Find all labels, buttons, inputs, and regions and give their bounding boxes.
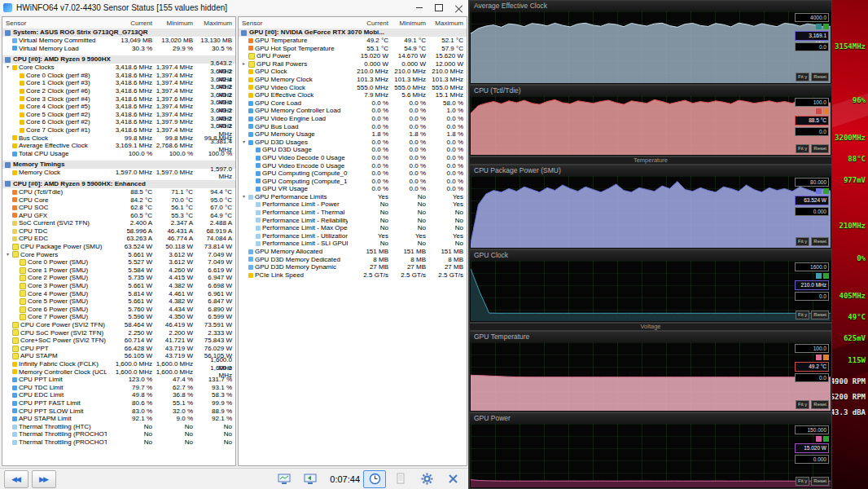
hidden-graph-voltage[interactable]: Voltage xyxy=(469,323,832,331)
reset-button[interactable]: Reset xyxy=(811,311,829,319)
sensor-row[interactable]: CPU EDC Limit49.8 %36.8 %58.3 % xyxy=(2,391,235,399)
fit-y-button[interactable]: Fit y xyxy=(796,73,809,82)
y-min-box[interactable]: 0.000 xyxy=(795,455,829,464)
sensor-row[interactable]: PCIe Link Speed2.5 GT/s2.5 GT/s2.5 GT/s xyxy=(239,271,467,280)
logging-button[interactable] xyxy=(273,470,296,488)
hidden-graph-temperature[interactable]: Temperature xyxy=(469,156,832,165)
fit-y-button[interactable]: Fit y xyxy=(796,144,809,153)
sensor-row[interactable]: GPU D3D Usage0.0 %0.0 %0.0 % xyxy=(239,146,467,154)
minimize-button[interactable] xyxy=(410,1,429,15)
graph-title[interactable]: CPU (Tctl/Tdie) xyxy=(470,86,831,97)
sensor-row[interactable]: GPU Video Encode 0 Usage0.0 %0.0 %0.0 % xyxy=(239,162,467,170)
sensor-row[interactable]: ▾GPU Performance LimitsYesNoYes xyxy=(239,193,467,201)
sensor-row[interactable]: GPU Computing (Compute_1) Usage0.0 %0.0 … xyxy=(239,178,467,186)
sensor-group-row[interactable]: GPU [#0]: NVIDIA GeForce RTX 3070 Mobi..… xyxy=(239,29,467,37)
sensor-row[interactable]: CPU PPT Limit123.0 %47.4 %131.7 % xyxy=(2,376,235,384)
sensor-row[interactable]: Core 4 Power (SMU)5.814 W4.461 W6.961 W xyxy=(2,290,235,298)
sensor-row[interactable]: APU STAPM Limit92.1 %9.0 %92.1 % xyxy=(2,415,235,423)
sensor-row[interactable]: ▾Core Powers5.661 W3.612 W7.049 W xyxy=(2,251,235,259)
graph-title[interactable]: GPU Temperature xyxy=(470,332,831,343)
fit-y-button[interactable]: Fit y xyxy=(796,311,809,319)
reset-button[interactable]: Reset xyxy=(811,237,829,246)
sensor-row[interactable]: Core 5 Power (SMU)5.661 W4.382 W6.847 W xyxy=(2,297,235,306)
sensor-row[interactable]: ▾GPU D3D Usages0.0 %0.0 %0.0 % xyxy=(239,139,467,147)
graph-title[interactable]: CPU Package Power (SMU) xyxy=(470,165,831,177)
report-button[interactable] xyxy=(389,470,412,488)
close-button[interactable] xyxy=(449,1,468,15)
title-bar[interactable]: HWiNFO64 v7.02-4430 Sensor Status [155 v… xyxy=(0,0,468,15)
graph-title[interactable]: Average Effective Clock xyxy=(470,1,831,12)
sensor-row[interactable]: Core 1 Power (SMU)5.584 W4.260 W6.619 W xyxy=(2,267,235,275)
sensor-row[interactable]: CPU EDC63.263 A46.774 A74.084 A xyxy=(2,235,235,243)
y-max-box[interactable]: 80.000 xyxy=(795,178,829,187)
sensor-row[interactable]: Virtual Memory Load30.3 %29.9 %30.5 % xyxy=(2,45,235,53)
maximize-button[interactable] xyxy=(429,1,449,15)
column-header-row[interactable]: Sensor Current Minimum Maximum xyxy=(239,17,467,29)
fit-y-button[interactable]: Fit y xyxy=(796,237,809,246)
sensor-row[interactable]: SoC Current (SVI2 TFN)2.400 A2.347 A2.48… xyxy=(2,219,235,227)
sensor-row[interactable]: GPU Memory Clock101.3 MHz101.3 MHz101.3 … xyxy=(239,76,467,84)
sensor-row[interactable]: CPU PPT SLOW Limit83.0 %32.0 %88.9 % xyxy=(2,408,235,416)
sensor-row[interactable]: Core 3 Power (SMU)5.661 W4.382 W6.698 W xyxy=(2,282,235,290)
sensor-row[interactable]: GPU Core Load0.0 %0.0 %58.0 % xyxy=(239,99,467,108)
reset-button[interactable]: Reset xyxy=(811,144,829,153)
fit-y-button[interactable]: Fit y xyxy=(796,477,809,486)
column-maximum[interactable]: Maximum xyxy=(429,20,467,27)
column-header-row[interactable]: Sensor Current Minimum Maximum xyxy=(2,17,235,29)
sensor-row[interactable]: Performance Limit - Reliability VoltageN… xyxy=(239,217,467,225)
tree-expander-icon[interactable]: ▾ xyxy=(241,193,247,201)
column-sensor[interactable]: Sensor xyxy=(2,20,107,27)
sensor-row[interactable]: Virtual Memory Committed13,049 MB13,020 … xyxy=(2,37,235,45)
column-current[interactable]: Current xyxy=(107,20,156,27)
y-min-box[interactable]: 0.0 xyxy=(795,127,829,136)
graph-title[interactable]: GPU Clock xyxy=(470,250,831,262)
sensor-row[interactable]: Memory Clock1,597.0 MHz1,597.0 MHz1,597.… xyxy=(2,169,235,177)
sensor-row[interactable]: GPU Effective Clock7.9 MHz5.6 MHz15.1 MH… xyxy=(239,91,467,99)
sensor-row[interactable]: GPU Power15.020 W14.670 W15.620 W xyxy=(239,52,467,60)
sensor-row[interactable]: CPU (Tctl/Tdie)88.5 °C71.1 °C94.4 °C xyxy=(2,188,235,196)
sensor-row[interactable]: ▸GPU Rail Powers0.000 W0.000 W12.000 W xyxy=(239,60,467,68)
sensor-row[interactable]: APU GFX60.5 °C55.3 °C64.9 °C xyxy=(2,212,235,220)
graph-gpu-power[interactable]: GPU Power 150.000 15.020 W 0.000 Fit yRe… xyxy=(469,412,832,489)
column-minimum[interactable]: Minimum xyxy=(156,20,196,27)
sensor-row[interactable]: CPU SOC62.8 °C56.1 °C67.0 °C xyxy=(2,204,235,212)
sensor-row[interactable]: Performance Limit - Max Operating Volt..… xyxy=(239,224,467,232)
sensor-group-row[interactable]: CPU [#0]: AMD Ryzen 9 5900HX: Enhanced xyxy=(2,180,235,188)
sensor-row[interactable]: GPU Hot Spot Temperature55.1 °C54.9 °C57… xyxy=(239,45,467,53)
sensor-row[interactable]: Core+SoC Power (SVI2 TFN)60.714 W41.721 … xyxy=(2,337,235,345)
reset-button[interactable]: Reset xyxy=(811,400,829,409)
sensor-row[interactable]: CPU Package Power (SMU)63.524 W50.118 W7… xyxy=(2,243,235,251)
sensor-row[interactable]: CPU Core Power (SVI2 TFN)58.464 W46.419 … xyxy=(2,321,235,329)
tree-expander-icon[interactable]: ▾ xyxy=(5,251,11,259)
sensor-row[interactable]: GPU Computing (Compute_0) Usage0.0 %0.0 … xyxy=(239,170,467,178)
sensor-row[interactable]: Performance Limit - PowerNoNoYes xyxy=(239,200,467,209)
tree-expander-icon[interactable]: ▸ xyxy=(241,60,247,68)
sensor-row[interactable]: GPU Temperature49.2 °C49.1 °C52.1 °C xyxy=(239,37,467,45)
sensor-row[interactable]: GPU Video Clock555.0 MHz555.0 MHz555.0 M… xyxy=(239,84,467,92)
sensor-group-row[interactable]: System: ASUS ROG Strix G713QR_G713QR xyxy=(2,29,235,37)
fit-y-button[interactable]: Fit y xyxy=(796,400,809,409)
graph-average-effective-clock[interactable]: Average Effective Clock 4000.0 3,169.1 M… xyxy=(469,0,832,85)
y-min-box[interactable]: 0.0 xyxy=(795,292,829,301)
sensor-row[interactable]: Thermal Throttling (PROCHOT CPU)NoNoNo xyxy=(2,430,235,438)
y-max-box[interactable]: 4000.0 xyxy=(795,13,829,22)
column-current[interactable]: Current xyxy=(348,20,392,27)
next-page-button[interactable]: ▶▶ xyxy=(32,470,56,488)
settings-button[interactable] xyxy=(415,470,438,488)
sensor-row[interactable]: Performance Limit - SLI GPUBoost SyncNoN… xyxy=(239,240,467,248)
reset-button[interactable]: Reset xyxy=(811,73,829,82)
sensor-row[interactable]: CPU Core84.2 °C70.0 °C95.0 °C xyxy=(2,196,235,205)
sensor-row[interactable]: GPU Clock210.0 MHz210.0 MHz210.0 MHz xyxy=(239,68,467,76)
sensor-row[interactable]: GPU Video Engine Load0.0 %0.0 %0.0 % xyxy=(239,115,467,123)
sensor-row[interactable]: Memory Controller Clock (UCLK)1,600.0 MH… xyxy=(2,368,235,377)
sensor-row[interactable]: Core 7 Clock (perf #1)3,418.6 MHz1,397.4… xyxy=(2,126,235,134)
sensor-row[interactable]: CPU TDC Limit79.7 %62.7 %93.1 % xyxy=(2,384,235,392)
y-max-box[interactable]: 100.0 xyxy=(795,344,829,353)
sensor-row[interactable]: GPU Video Decode 0 Usage0.0 %0.0 %0.0 % xyxy=(239,154,467,162)
graph-cpu-tctl-tdie[interactable]: CPU (Tctl/Tdie) 100.0 88.5 °C 0.0 Fit yR… xyxy=(469,85,832,156)
sensor-row[interactable]: CPU TDC58.996 A46.431 A68.919 A xyxy=(2,227,235,236)
y-max-box[interactable]: 150.000 xyxy=(795,425,829,434)
sensor-row[interactable]: CPU PPT FAST Limit80.6 %55.1 %99.9 % xyxy=(2,399,235,408)
y-min-box[interactable]: 0.0 xyxy=(795,42,829,51)
graph-gpu-clock[interactable]: GPU Clock 1600.0 210.0 MHz 0.0 Fit yRese… xyxy=(469,249,832,323)
